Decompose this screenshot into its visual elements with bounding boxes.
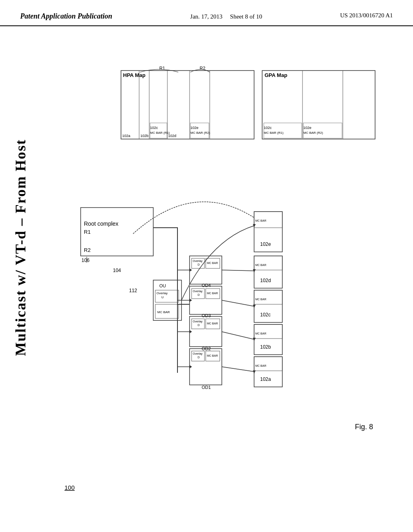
svg-text:D: D — [198, 356, 200, 359]
svg-rect-0 — [121, 71, 254, 139]
svg-rect-84 — [254, 256, 282, 270]
svg-text:Root complex: Root complex — [84, 220, 119, 227]
svg-rect-79 — [254, 290, 282, 322]
svg-text:MC BAR: MC BAR — [255, 364, 266, 367]
svg-text:OD4: OD4 — [202, 283, 211, 288]
svg-text:D: D — [198, 293, 200, 296]
svg-rect-18 — [262, 71, 375, 139]
svg-text:MC BAR (R2): MC BAR (R2) — [190, 131, 210, 135]
svg-rect-15 — [190, 123, 209, 138]
svg-rect-75 — [254, 324, 282, 355]
svg-text:MC BAR: MC BAR — [255, 219, 266, 222]
svg-text:MC BAR (R2): MC BAR (R2) — [303, 131, 323, 135]
svg-text:102a: 102a — [122, 134, 130, 138]
svg-text:102c: 102c — [260, 312, 271, 318]
svg-text:MC BAR: MC BAR — [207, 354, 218, 357]
svg-rect-72 — [254, 357, 282, 371]
svg-text:104: 104 — [113, 268, 121, 273]
svg-text:OU: OU — [159, 283, 166, 288]
svg-text:102e: 102e — [303, 126, 311, 130]
svg-text:102d: 102d — [260, 278, 271, 283]
svg-text:102c: 102c — [264, 126, 272, 130]
svg-text:MC BAR: MC BAR — [207, 322, 218, 325]
svg-text:OD1: OD1 — [202, 385, 211, 390]
svg-text:Overlay: Overlay — [193, 290, 203, 293]
svg-text:102e: 102e — [190, 126, 198, 130]
svg-text:102e: 102e — [260, 241, 271, 247]
svg-text:MC BAR (R1): MC BAR (R1) — [264, 131, 284, 135]
svg-rect-71 — [254, 357, 282, 387]
svg-rect-83 — [254, 256, 282, 288]
page-header: Patent Application Publication Jan. 17, … — [0, 0, 413, 26]
svg-text:Overlay: Overlay — [156, 291, 168, 295]
svg-text:D: D — [198, 263, 200, 266]
side-title-label: Multicast w/ VT-d – From Host — [12, 139, 29, 356]
svg-text:R2: R2 — [84, 247, 91, 253]
svg-text:106: 106 — [81, 258, 90, 263]
diagram-svg: HPA Map 102a 102b 102c MC BAR (R1) 102d … — [40, 66, 391, 532]
svg-marker-93 — [190, 299, 192, 302]
svg-text:OD3: OD3 — [202, 313, 211, 318]
publication-title: Patent Application Publication — [20, 12, 112, 21]
svg-text:102b: 102b — [260, 344, 271, 350]
svg-text:HPA Map: HPA Map — [123, 72, 146, 78]
svg-text:102d: 102d — [168, 134, 176, 138]
svg-text:102b: 102b — [140, 134, 148, 138]
svg-text:102c: 102c — [150, 126, 158, 130]
svg-rect-80 — [254, 290, 282, 304]
svg-rect-9 — [150, 123, 167, 138]
svg-text:Overlay: Overlay — [193, 260, 203, 263]
svg-text:D: D — [198, 324, 200, 326]
svg-text:100: 100 — [65, 484, 75, 491]
svg-marker-92 — [190, 330, 192, 333]
svg-text:OD2: OD2 — [202, 346, 211, 351]
svg-rect-23 — [264, 123, 302, 138]
svg-text:R1: R1 — [84, 229, 91, 235]
svg-text:MC BAR: MC BAR — [207, 292, 218, 295]
header-date-sheet: Jan. 17, 2013 Sheet 8 of 10 — [190, 12, 262, 21]
main-content: Multicast w/ VT-d – From Host HPA Map 10… — [0, 26, 413, 518]
svg-text:Overlay: Overlay — [193, 320, 203, 323]
svg-text:MC BAR: MC BAR — [207, 262, 218, 264]
svg-text:MC BAR: MC BAR — [255, 298, 266, 301]
header-sheet: Sheet 8 of 10 — [230, 13, 262, 20]
svg-rect-76 — [254, 324, 282, 339]
svg-text:MC BAR: MC BAR — [157, 310, 170, 314]
svg-text:MC BAR: MC BAR — [255, 332, 266, 335]
svg-text:102a: 102a — [260, 376, 271, 382]
patent-number: US 2013/0016720 A1 — [340, 12, 393, 19]
header-date: Jan. 17, 2013 — [190, 13, 223, 20]
svg-marker-96 — [253, 370, 256, 374]
svg-marker-94 — [190, 268, 192, 272]
svg-text:R1: R1 — [159, 66, 165, 71]
svg-marker-91 — [190, 365, 192, 368]
svg-text:MC BAR: MC BAR — [255, 264, 266, 266]
svg-text:Overlay: Overlay — [193, 352, 203, 355]
svg-text:U: U — [161, 295, 164, 299]
svg-text:GPA Map: GPA Map — [265, 72, 287, 78]
svg-text:Fig. 8: Fig. 8 — [355, 423, 373, 431]
svg-rect-28 — [81, 208, 153, 256]
svg-rect-27 — [303, 123, 342, 138]
svg-text:112: 112 — [129, 288, 137, 293]
